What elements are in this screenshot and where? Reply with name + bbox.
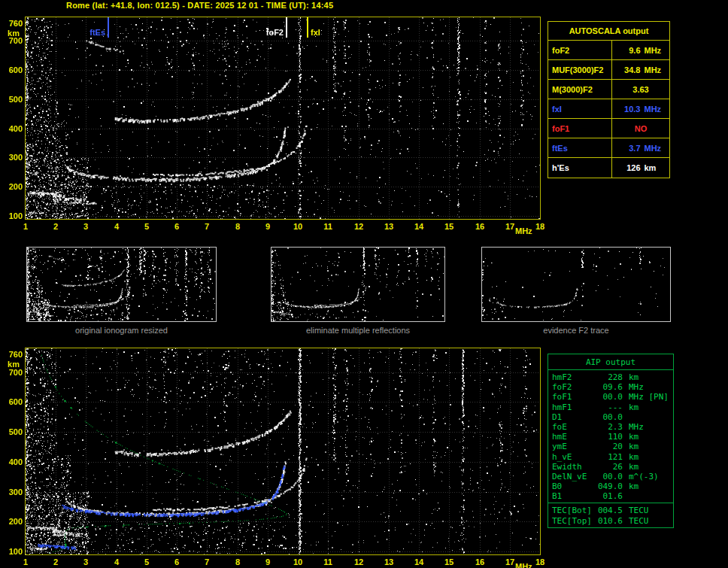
ionogram-top-x-tick-1: 1 [18, 222, 33, 231]
ionogram-bottom-y-tick-400: 400 [2, 457, 23, 466]
aip-param-unit: TECU [629, 506, 649, 515]
ionogram-top-x-tick-10: 10 [290, 222, 305, 231]
aip-row-B0: B0049.0km [552, 481, 670, 491]
aip-param-unit: km [629, 402, 639, 412]
autoscala-param-value: 9.6MHz [612, 41, 669, 59]
ionogram-top-x-tick-15: 15 [441, 222, 457, 231]
ionogram-top-x-tick-3: 3 [78, 222, 93, 231]
aip-param-value: 121 [596, 452, 623, 462]
ionogram-top-y-tick-300: 300 [2, 153, 23, 162]
value-number: 9.6 [618, 41, 641, 60]
aip-row-ymE: ymE20km [552, 442, 670, 451]
ionogram-top-marker-line-fxI [307, 17, 308, 38]
autoscala-param-value: 3.7MHz [612, 138, 669, 157]
aip-table-rows: hmF2228kmfoF209.6MHzfoF100.0MHz[PN]hmF1-… [548, 370, 673, 503]
aip-output-table: AIP output hmF2228kmfoF209.6MHzfoF100.0M… [548, 354, 674, 528]
ionogram-top-canvas [26, 17, 540, 219]
ionogram-bottom-x-tick-1: 1 [18, 557, 33, 566]
aip-param-value: 004.5 [596, 506, 623, 515]
caption-eliminate-multiple-reflections: eliminate multiple reflections [271, 326, 445, 335]
aip-tec-rows: TEC[Bot]004.5TECUTEC[Top]010.6TECU [548, 503, 673, 527]
aip-param-unit: MHz [629, 422, 644, 432]
aip-row-DelN_vE: DelN_vE00.0m^(-3) [552, 472, 670, 481]
aip-param-unit: km [629, 442, 639, 451]
value-unit: km [645, 158, 664, 178]
ionogram-top-x-tick-12: 12 [351, 222, 366, 231]
ionogram-top-x-tick-16: 16 [472, 222, 487, 231]
aip-row-foE: foE2.3MHz [552, 422, 670, 432]
ionogram-top-x-tick-13: 13 [381, 222, 396, 231]
ionogram-top-x-tick-9: 9 [260, 222, 275, 231]
aip-row-TEC[Bot]: TEC[Bot]004.5TECU [552, 506, 670, 515]
value-unit: MHz [645, 41, 664, 60]
ionogram-top-marker-label-ftEs: ftEs [72, 29, 105, 37]
caption-evidence-f2-trace: evidence F2 trace [481, 326, 671, 335]
aip-row-hmF2: hmF2228km [552, 372, 670, 382]
aip-param-label: B0 [552, 481, 596, 491]
aip-param-unit: km [629, 432, 639, 442]
ionogram-top-x-unit: MHz [515, 226, 532, 235]
aip-param-label: hmF1 [552, 402, 596, 412]
aip-param-value: 26 [596, 462, 623, 472]
ionogram-top-plot [25, 17, 541, 220]
ionogram-bottom-x-tick-18: 18 [532, 557, 548, 566]
ionogram-bottom-x-tick-6: 6 [169, 557, 184, 566]
aip-row-hmE: hmE110km [552, 432, 670, 442]
thumbnail-f2-trace-canvas [482, 248, 670, 321]
aip-param-value: 010.6 [596, 516, 623, 526]
ionogram-top-y-tick-400: 400 [2, 124, 23, 133]
ionogram-top-x-tick-18: 18 [532, 222, 548, 231]
ionogram-top-marker-label-foF2: foF2 [250, 29, 284, 37]
autoscala-table-title: AUTOSCALA output [548, 22, 669, 41]
ionogram-top-x-tick-7: 7 [199, 222, 214, 231]
ionogram-bottom-y-tick-500: 500 [2, 427, 23, 436]
autoscala-row-fxI: fxI10.3MHz [548, 99, 669, 119]
ionogram-top-marker-line-ftEs [108, 17, 109, 38]
aip-row-D1: D100.0 [552, 412, 670, 422]
autoscala-app-window: Rome (lat: +41.8, lon: 012.5) - DATE: 20… [0, 0, 728, 568]
aip-param-value: 2.3 [596, 422, 623, 432]
autoscala-row-M(3000)F2: M(3000)F23.63 [548, 80, 669, 99]
thumbnail-original-ionogram [26, 247, 217, 322]
ionogram-bottom-y-tick-600: 600 [2, 397, 23, 406]
value-number: 3.63 [632, 80, 648, 99]
aip-param-unit: km [629, 372, 639, 382]
aip-param-unit: km [629, 481, 639, 491]
ionogram-top-y-tick-100: 100 [2, 211, 23, 220]
aip-param-label: foE [552, 422, 596, 432]
aip-param-value: 09.6 [596, 382, 623, 392]
aip-param-label: foF1 [552, 392, 596, 402]
ionogram-bottom-x-tick-5: 5 [139, 557, 154, 566]
autoscala-param-label: MUF(3000)F2 [548, 60, 612, 79]
autoscala-param-value: 126km [612, 158, 669, 178]
value-number: NO [635, 119, 648, 138]
ionogram-top-x-tick-4: 4 [109, 222, 124, 231]
aip-row-B1: B101.6 [552, 491, 670, 501]
aip-row-Ewidth: Ewidth26km [552, 462, 670, 472]
thumbnail-f2-trace [481, 247, 671, 322]
ionogram-top-marker-line-foF2 [286, 17, 287, 38]
caption-original-ionogram: original ionogram resized [26, 326, 217, 335]
ionogram-bottom-y-tick-100: 100 [2, 547, 23, 556]
aip-param-label: B1 [552, 491, 596, 501]
ionogram-bottom-x-tick-4: 4 [109, 557, 124, 566]
ionogram-bottom-y-tick-300: 300 [2, 488, 23, 497]
autoscala-param-value: NO [612, 119, 669, 138]
aip-param-label: ymE [552, 442, 596, 451]
ionogram-bottom-x-tick-9: 9 [260, 557, 275, 566]
aip-table-title: AIP output [548, 354, 673, 370]
autoscala-row-h'Es: h'Es126km [548, 158, 669, 178]
aip-param-label: h_vE [552, 452, 596, 462]
ionogram-bottom-x-tick-8: 8 [230, 557, 245, 566]
ionogram-bottom-canvas [26, 348, 540, 554]
ionogram-bottom-x-tick-7: 7 [199, 557, 214, 566]
aip-param-value: 20 [596, 442, 623, 451]
aip-param-value: 228 [596, 372, 623, 382]
ionogram-bottom-y-tick-200: 200 [2, 517, 23, 526]
value-number: 34.8 [618, 60, 641, 80]
aip-param-unit: m^(-3) [629, 472, 659, 481]
ionogram-top-x-tick-11: 11 [320, 222, 335, 231]
aip-row-hmF1: hmF1---km [552, 402, 670, 412]
autoscala-row-foF2: foF29.6MHz [548, 41, 669, 60]
autoscala-param-label: foF2 [548, 41, 612, 59]
